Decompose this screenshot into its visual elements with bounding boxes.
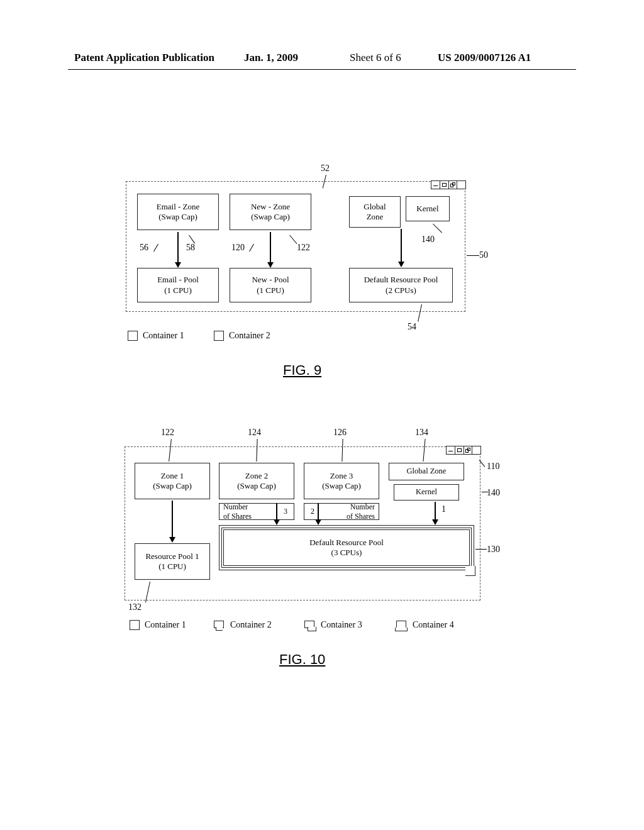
maximize-icon bbox=[440, 181, 448, 189]
window-controls-icon bbox=[446, 446, 481, 455]
window-controls-icon bbox=[431, 180, 466, 189]
pub-date: Jan. 1, 2009 bbox=[244, 52, 298, 64]
ref-52: 52 bbox=[321, 163, 330, 174]
new-zone-box: New - Zone(Swap Cap) bbox=[230, 194, 311, 230]
sheet-number: Sheet 6 of 6 bbox=[350, 52, 401, 64]
container-1-label: Container 1 bbox=[145, 620, 186, 630]
zone1-label: Zone 1(Swap Cap) bbox=[153, 471, 192, 492]
container-1-swatch bbox=[128, 331, 138, 341]
default-pool-notch-icon bbox=[465, 566, 475, 576]
zone3-label: Zone 3(Swap Cap) bbox=[322, 471, 361, 492]
new-pool-box: New - Pool(1 CPU) bbox=[230, 268, 311, 302]
pub-number: US 2009/0007126 A1 bbox=[438, 52, 531, 64]
maximize-icon bbox=[455, 446, 464, 454]
ref-56: 56 bbox=[140, 243, 148, 253]
zone2-label: Zone 2(Swap Cap) bbox=[237, 471, 276, 492]
global-zone-label: GlobalZone bbox=[364, 202, 386, 223]
figure-10: 122 124 126 134 Zone 1(Swap Cap) Zone 2(… bbox=[125, 434, 489, 610]
ref-50-leader bbox=[467, 255, 479, 256]
container-1-swatch bbox=[130, 620, 140, 630]
fig9-title: FIG. 9 bbox=[283, 362, 321, 379]
ref-140b: 140 bbox=[487, 488, 500, 498]
zone3-shares-value: 2 bbox=[311, 507, 314, 516]
zone2-box: Zone 2(Swap Cap) bbox=[219, 463, 294, 499]
figure-9: 52 Email - Zone(Swap Cap) New - Zone(Swa… bbox=[126, 175, 478, 319]
shares-label-left: Numberof Shares bbox=[223, 502, 252, 521]
ref-140b-leader bbox=[482, 492, 488, 492]
ref-58: 58 bbox=[186, 243, 195, 253]
email-zone-box: Email - Zone(Swap Cap) bbox=[137, 194, 219, 230]
global-shares-value: 1 bbox=[441, 504, 446, 514]
zone3-shares-box: 2 Numberof Shares bbox=[304, 503, 379, 520]
container-3-swatch bbox=[304, 621, 316, 629]
container-1-label: Container 1 bbox=[143, 331, 184, 341]
restore-icon bbox=[464, 446, 472, 454]
legend10-c1: Container 1 bbox=[130, 620, 186, 630]
ref-122b: 122 bbox=[161, 428, 174, 438]
global-zone-box: GlobalZone bbox=[349, 196, 401, 228]
default-pool-label: Default Resource Pool(2 CPUs) bbox=[364, 275, 438, 296]
kernel-label: Kernel bbox=[416, 204, 438, 214]
ref-50: 50 bbox=[479, 250, 488, 260]
ref-130-leader bbox=[475, 549, 487, 550]
global-zone-label: Global Zone bbox=[407, 467, 447, 477]
legend-c1: Container 1 bbox=[128, 331, 184, 341]
minimize-icon bbox=[431, 181, 440, 189]
email-pool-label: Email - Pool(1 CPU) bbox=[157, 275, 199, 296]
default-pool-box: Default Resource Pool(3 CPUs) bbox=[223, 529, 470, 566]
global-zone-box: Global Zone bbox=[389, 463, 464, 480]
new-zone-label: New - Zone(Swap Cap) bbox=[251, 202, 290, 223]
new-pool-label: New - Pool(1 CPU) bbox=[252, 275, 289, 296]
close-icon bbox=[472, 446, 480, 454]
kernel-box: Kernel bbox=[394, 484, 459, 501]
resource-pool-1-label: Resource Pool 1(1 CPU) bbox=[145, 551, 199, 572]
ref-130: 130 bbox=[487, 545, 500, 555]
default-pool-outer: Default Resource Pool(3 CPUs) bbox=[219, 525, 474, 570]
ref-54: 54 bbox=[408, 322, 416, 332]
ref-120: 120 bbox=[231, 243, 245, 253]
fig10-title: FIG. 10 bbox=[279, 651, 325, 668]
ref-140: 140 bbox=[421, 235, 435, 245]
kernel-label: Kernel bbox=[416, 487, 437, 497]
shares-label-right: Numberof Shares bbox=[347, 502, 375, 521]
close-icon bbox=[457, 181, 465, 189]
container-2-label: Container 2 bbox=[229, 331, 270, 341]
container-4-label: Container 4 bbox=[413, 620, 454, 630]
ref-124: 124 bbox=[248, 428, 261, 438]
container-2-label: Container 2 bbox=[230, 620, 272, 630]
zone2-shares-value: 3 bbox=[284, 507, 287, 516]
ref-132: 132 bbox=[128, 602, 142, 612]
email-zone-label: Email - Zone(Swap Cap) bbox=[157, 202, 200, 223]
ref-110: 110 bbox=[487, 462, 499, 472]
resource-pool-1-box: Resource Pool 1(1 CPU) bbox=[135, 543, 210, 580]
minimize-icon bbox=[447, 446, 455, 454]
container-2-swatch bbox=[214, 621, 225, 629]
default-pool-box: Default Resource Pool(2 CPUs) bbox=[349, 268, 453, 302]
page: Patent Application Publication Jan. 1, 2… bbox=[0, 0, 644, 830]
container-3-label: Container 3 bbox=[321, 620, 362, 630]
ref-126: 126 bbox=[333, 428, 347, 438]
ref-134: 134 bbox=[415, 428, 428, 438]
legend10-c2: Container 2 bbox=[214, 620, 272, 630]
default-pool-label: Default Resource Pool(3 CPUs) bbox=[309, 538, 384, 558]
legend10-c3: Container 3 bbox=[304, 620, 362, 630]
restore-icon bbox=[448, 181, 457, 189]
kernel-box: Kernel bbox=[406, 196, 450, 221]
email-pool-box: Email - Pool(1 CPU) bbox=[137, 268, 219, 302]
legend10-c4: Container 4 bbox=[396, 620, 454, 630]
zone2-shares-box: Numberof Shares 3 bbox=[219, 503, 294, 520]
container-4-swatch bbox=[396, 621, 408, 629]
header-rule bbox=[68, 69, 576, 70]
ref-122: 122 bbox=[297, 243, 310, 253]
pub-label: Patent Application Publication bbox=[74, 52, 214, 64]
container-2-swatch bbox=[214, 331, 224, 341]
zone1-box: Zone 1(Swap Cap) bbox=[135, 463, 210, 499]
legend-c2: Container 2 bbox=[214, 331, 270, 341]
zone3-box: Zone 3(Swap Cap) bbox=[304, 463, 379, 499]
